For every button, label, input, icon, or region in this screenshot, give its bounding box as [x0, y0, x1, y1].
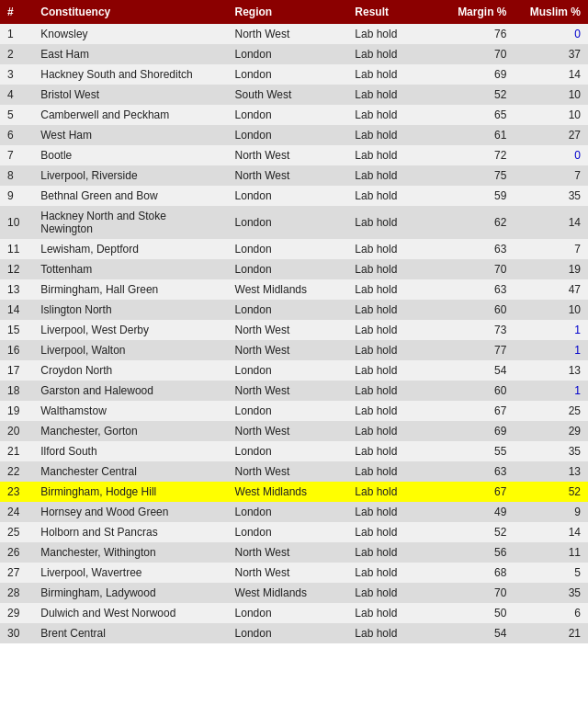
row-muslim: 5 [514, 563, 588, 583]
row-region: London [228, 44, 348, 64]
row-num: 6 [0, 125, 33, 145]
row-num: 5 [0, 105, 33, 125]
row-margin: 67 [440, 401, 514, 421]
row-region: North West [228, 165, 348, 186]
row-constituency: Bethnal Green and Bow [33, 186, 227, 206]
row-num: 20 [0, 421, 33, 441]
table-row: 19WalthamstowLondonLab hold6725 [0, 401, 588, 421]
row-constituency: Birmingham, Ladywood [33, 583, 227, 603]
table-row: 15Liverpool, West DerbyNorth WestLab hol… [0, 320, 588, 340]
row-num: 23 [0, 482, 33, 502]
row-constituency: Lewisham, Deptford [33, 239, 227, 259]
table-row: 2East HamLondonLab hold7037 [0, 44, 588, 64]
row-constituency: Dulwich and West Norwood [33, 603, 227, 623]
row-constituency: Manchester Central [33, 461, 227, 482]
row-result: Lab hold [347, 502, 440, 522]
row-constituency: Hackney South and Shoreditch [33, 64, 227, 85]
row-num: 28 [0, 583, 33, 603]
row-constituency: Hornsey and Wood Green [33, 502, 227, 522]
row-result: Lab hold [347, 165, 440, 186]
table-row: 28Birmingham, LadywoodWest MidlandsLab h… [0, 583, 588, 603]
row-num: 22 [0, 461, 33, 482]
row-result: Lab hold [347, 105, 440, 125]
row-margin: 63 [440, 279, 514, 300]
row-result: Lab hold [347, 461, 440, 482]
row-result: Lab hold [347, 239, 440, 259]
row-result: Lab hold [347, 300, 440, 320]
row-muslim: 35 [514, 583, 588, 603]
row-margin: 63 [440, 239, 514, 259]
row-constituency: Bootle [33, 145, 227, 165]
row-margin: 72 [440, 145, 514, 165]
row-num: 7 [0, 145, 33, 165]
row-result: Lab hold [347, 441, 440, 461]
row-num: 25 [0, 522, 33, 542]
row-constituency: Birmingham, Hall Green [33, 279, 227, 300]
row-muslim: 7 [514, 239, 588, 259]
row-region: London [228, 105, 348, 125]
row-constituency: Liverpool, Wavertree [33, 563, 227, 583]
row-constituency: Liverpool, Walton [33, 340, 227, 360]
row-result: Lab hold [347, 64, 440, 85]
row-num: 18 [0, 381, 33, 401]
table-row: 4Bristol WestSouth WestLab hold5210 [0, 85, 588, 105]
row-margin: 54 [440, 623, 514, 643]
row-result: Lab hold [347, 421, 440, 441]
row-num: 2 [0, 44, 33, 64]
row-region: South West [228, 85, 348, 105]
row-constituency: Manchester, Gorton [33, 421, 227, 441]
row-result: Lab hold [347, 360, 440, 381]
row-region: London [228, 259, 348, 279]
header-constituency: Constituency [33, 0, 227, 24]
row-muslim: 0 [514, 24, 588, 44]
row-margin: 52 [440, 85, 514, 105]
row-region: West Midlands [228, 583, 348, 603]
row-num: 29 [0, 603, 33, 623]
row-region: North West [228, 145, 348, 165]
row-num: 3 [0, 64, 33, 85]
row-margin: 76 [440, 24, 514, 44]
row-result: Lab hold [347, 522, 440, 542]
row-constituency: Camberwell and Peckham [33, 105, 227, 125]
row-region: London [228, 502, 348, 522]
row-num: 12 [0, 259, 33, 279]
row-num: 9 [0, 186, 33, 206]
table-row: 13Birmingham, Hall GreenWest MidlandsLab… [0, 279, 588, 300]
row-constituency: East Ham [33, 44, 227, 64]
row-constituency: Brent Central [33, 623, 227, 643]
row-num: 13 [0, 279, 33, 300]
row-constituency: Tottenham [33, 259, 227, 279]
row-region: North West [228, 381, 348, 401]
row-margin: 68 [440, 563, 514, 583]
row-num: 19 [0, 401, 33, 421]
row-region: West Midlands [228, 482, 348, 502]
row-result: Lab hold [347, 603, 440, 623]
row-muslim: 11 [514, 542, 588, 563]
row-margin: 69 [440, 421, 514, 441]
row-num: 30 [0, 623, 33, 643]
table-row: 8Liverpool, RiversideNorth WestLab hold7… [0, 165, 588, 186]
row-muslim: 1 [514, 320, 588, 340]
row-result: Lab hold [347, 279, 440, 300]
table-row: 30Brent CentralLondonLab hold5421 [0, 623, 588, 643]
row-constituency: Birmingham, Hodge Hill [33, 482, 227, 502]
row-muslim: 25 [514, 401, 588, 421]
row-muslim: 14 [514, 522, 588, 542]
header-margin: Margin % [440, 0, 514, 24]
row-num: 17 [0, 360, 33, 381]
row-num: 4 [0, 85, 33, 105]
row-muslim: 1 [514, 381, 588, 401]
row-region: London [228, 64, 348, 85]
table-row: 22Manchester CentralNorth WestLab hold63… [0, 461, 588, 482]
row-margin: 67 [440, 482, 514, 502]
row-constituency: Liverpool, Riverside [33, 165, 227, 186]
row-region: North West [228, 421, 348, 441]
row-constituency: Manchester, Withington [33, 542, 227, 563]
row-num: 14 [0, 300, 33, 320]
row-margin: 54 [440, 360, 514, 381]
row-region: London [228, 186, 348, 206]
row-margin: 60 [440, 300, 514, 320]
row-result: Lab hold [347, 125, 440, 145]
row-muslim: 13 [514, 461, 588, 482]
row-muslim: 14 [514, 206, 588, 239]
